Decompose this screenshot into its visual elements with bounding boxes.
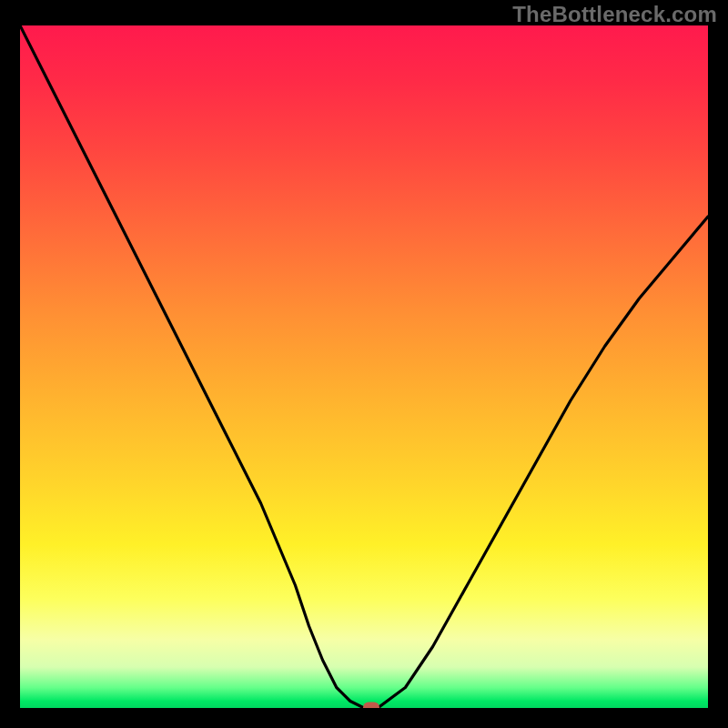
minimum-marker [363, 703, 379, 709]
curve-path [20, 25, 708, 708]
watermark-text: TheBottleneck.com [512, 2, 717, 27]
chart-frame: TheBottleneck.com [0, 0, 728, 728]
plot-area [20, 25, 708, 708]
bottleneck-curve [20, 25, 708, 708]
